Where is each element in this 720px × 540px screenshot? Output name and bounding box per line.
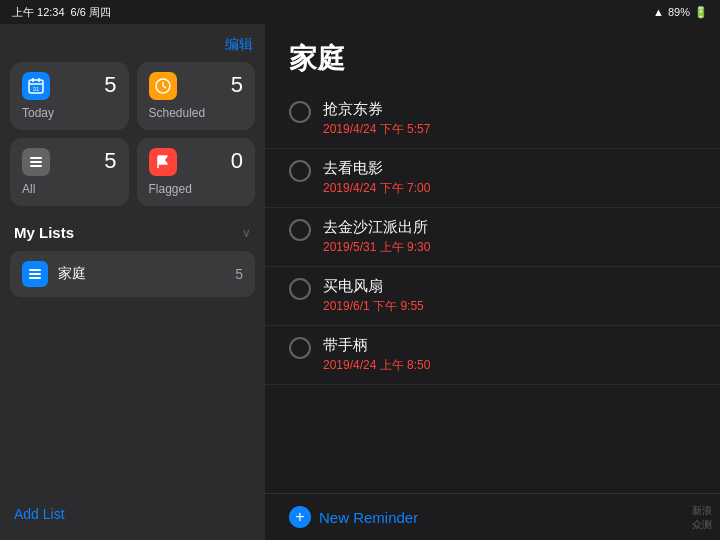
wifi-icon: ▲ [653,6,664,18]
scheduled-label: Scheduled [149,106,244,120]
smart-card-scheduled[interactable]: 5 Scheduled [137,62,256,130]
reminder-checkbox-1[interactable] [289,101,311,123]
all-label: All [22,182,117,196]
flagged-icon [149,148,177,176]
watermark-line1: 新浪 [692,504,712,518]
svg-rect-10 [30,165,42,167]
scheduled-count: 5 [231,72,243,98]
reminder-item-2[interactable]: 去看电影 2019/4/24 下午 7:00 [265,149,720,208]
new-reminder-button[interactable]: + New Reminder [289,506,418,528]
status-date: 6/6 周四 [71,5,111,20]
smart-card-all[interactable]: 5 All [10,138,129,206]
reminder-title-1: 抢京东券 [323,100,430,119]
list-count-family: 5 [235,266,243,282]
my-lists-title: My Lists [14,224,74,241]
svg-line-7 [163,86,166,88]
scheduled-icon [149,72,177,100]
bottom-bar: + New Reminder [265,493,720,540]
svg-rect-11 [29,269,41,271]
list-item-family[interactable]: 家庭 5 [10,251,255,297]
watermark-line2: 众测 [692,518,712,532]
today-icon: 31 [22,72,50,100]
battery-icon: 🔋 [694,6,708,19]
reminder-text-1: 抢京东券 2019/4/24 下午 5:57 [323,100,430,138]
all-count: 5 [104,148,116,174]
list-icon-family [22,261,48,287]
list-name-family: 家庭 [58,265,225,283]
reminder-title-2: 去看电影 [323,159,430,178]
smart-card-today[interactable]: 31 5 Today [10,62,129,130]
reminder-item-5[interactable]: 带手柄 2019/4/24 上午 8:50 [265,326,720,385]
reminder-title-4: 买电风扇 [323,277,424,296]
add-list-button[interactable]: Add List [10,496,255,532]
plus-circle-icon: + [289,506,311,528]
chevron-down-icon[interactable]: ∨ [242,226,251,240]
reminder-date-2: 2019/4/24 下午 7:00 [323,180,430,197]
my-lists-header: My Lists ∨ [10,218,255,247]
svg-text:31: 31 [33,86,40,92]
reminder-text-2: 去看电影 2019/4/24 下午 7:00 [323,159,430,197]
status-right: ▲ 89% 🔋 [653,6,708,19]
reminder-item-1[interactable]: 抢京东券 2019/4/24 下午 5:57 [265,90,720,149]
reminder-date-4: 2019/6/1 下午 9:55 [323,298,424,315]
today-count: 5 [104,72,116,98]
smart-card-flagged[interactable]: 0 Flagged [137,138,256,206]
flagged-count: 0 [231,148,243,174]
reminder-checkbox-2[interactable] [289,160,311,182]
status-time: 上午 12:34 [12,5,65,20]
svg-rect-12 [29,273,41,275]
reminder-checkbox-3[interactable] [289,219,311,241]
list-title-area: 家庭 [265,24,720,86]
reminders-list: 抢京东券 2019/4/24 下午 5:57 去看电影 2019/4/24 下午… [265,86,720,493]
main-content: 家庭 抢京东券 2019/4/24 下午 5:57 去看电影 2019/4/24… [265,24,720,540]
watermark: 新浪 众测 [692,504,712,532]
today-label: Today [22,106,117,120]
reminder-date-5: 2019/4/24 上午 8:50 [323,357,430,374]
app-container: 编辑 31 5 Today [0,24,720,540]
svg-rect-9 [30,161,42,163]
status-bar: 上午 12:34 6/6 周四 ▲ 89% 🔋 [0,0,720,24]
svg-rect-13 [29,277,41,279]
reminder-date-1: 2019/4/24 下午 5:57 [323,121,430,138]
smart-lists: 31 5 Today 5 Scheduled [10,62,255,206]
reminder-item-3[interactable]: 去金沙江派出所 2019/5/31 上午 9:30 [265,208,720,267]
reminder-checkbox-4[interactable] [289,278,311,300]
status-left: 上午 12:34 6/6 周四 [12,5,111,20]
reminder-text-4: 买电风扇 2019/6/1 下午 9:55 [323,277,424,315]
sidebar: 编辑 31 5 Today [0,24,265,540]
reminder-checkbox-5[interactable] [289,337,311,359]
all-icon [22,148,50,176]
new-reminder-label: New Reminder [319,509,418,526]
flagged-label: Flagged [149,182,244,196]
reminder-text-3: 去金沙江派出所 2019/5/31 上午 9:30 [323,218,430,256]
battery-text: 89% [668,6,690,18]
svg-rect-8 [30,157,42,159]
list-title: 家庭 [289,40,696,78]
reminder-title-5: 带手柄 [323,336,430,355]
edit-button[interactable]: 编辑 [10,32,255,62]
reminder-text-5: 带手柄 2019/4/24 上午 8:50 [323,336,430,374]
reminder-date-3: 2019/5/31 上午 9:30 [323,239,430,256]
reminder-item-4[interactable]: 买电风扇 2019/6/1 下午 9:55 [265,267,720,326]
reminder-title-3: 去金沙江派出所 [323,218,430,237]
